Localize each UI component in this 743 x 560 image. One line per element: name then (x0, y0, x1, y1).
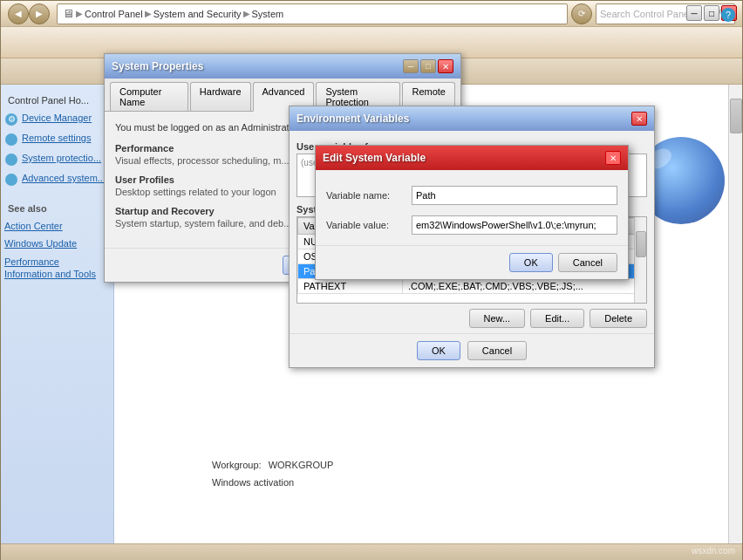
system-protection-label: System protectio... (22, 152, 101, 164)
remote-settings-icon (4, 133, 18, 147)
new-var-button[interactable]: New... (469, 309, 526, 328)
address-sep: ▶ (76, 9, 83, 18)
address-sep-3: ▶ (243, 9, 250, 18)
browser-titlebar: ◀ ▶ 🖥 ▶ Control Panel ▶ System and Secur… (1, 1, 742, 27)
remote-settings-label: Remote settings (22, 132, 91, 144)
tab-hardware[interactable]: Hardware (190, 82, 251, 111)
sys-props-maximize[interactable]: □ (420, 59, 436, 73)
address-part-1: Control Panel (85, 9, 143, 19)
env-vars-titlebar: Environment Variables ✕ (290, 106, 654, 131)
main-scrollbar[interactable] (728, 85, 742, 543)
scrollbar-thumb[interactable] (730, 99, 742, 133)
table-scrollbar (634, 217, 646, 303)
device-manager-label: Device Manager (22, 112, 92, 124)
env-vars-close[interactable]: ✕ (631, 112, 647, 126)
edit-var-dialog: Edit System Variable ✕ Variable name: Va… (315, 145, 629, 280)
var-name-input[interactable] (412, 186, 617, 205)
var-value-3: .COM;.EXE;.BAT;.CMD;.VBS;.VBE;.JS;... (403, 279, 646, 294)
browser-window: ◀ ▶ 🖥 ▶ Control Panel ▶ System and Secur… (0, 0, 743, 560)
env-ok-button[interactable]: OK (417, 341, 460, 360)
table-row[interactable]: PATHEXT .COM;.EXE;.BAT;.CMD;.VBS;.VBE;.J… (298, 279, 646, 294)
address-part-2: System and Security (153, 9, 242, 19)
see-also-heading: See also (1, 200, 113, 217)
var-value-row: Variable value: (316, 210, 628, 240)
watermark: wsxdn.com (692, 546, 735, 556)
env-vars-title: Environment Variables (297, 113, 409, 125)
var-name-row: Variable name: (316, 181, 628, 210)
table-scroll-thumb (636, 231, 646, 257)
var-value-input[interactable] (412, 215, 617, 235)
maximize-button[interactable]: □ (704, 5, 719, 21)
var-name-3: PATHEXT (298, 279, 403, 294)
forward-button[interactable]: ▶ (29, 3, 50, 24)
address-sep-2: ▶ (145, 9, 152, 18)
system-protection-icon (4, 153, 18, 167)
minimize-button[interactable]: ─ (686, 5, 702, 21)
activation-label: Windows activation (201, 474, 344, 491)
edit-var-footer: OK Cancel (316, 245, 628, 279)
edit-var-content: Variable name: Variable value: (316, 170, 628, 245)
performance-label: Performance Information and Tools (4, 256, 106, 281)
svg-text:⚙: ⚙ (8, 114, 16, 124)
env-buttons: New... Edit... Delete (290, 304, 654, 333)
address-parts: 🖥 ▶ Control Panel ▶ System and Security … (63, 7, 283, 20)
sidebar-item-action-center[interactable]: Action Center (1, 217, 113, 235)
svg-point-2 (5, 133, 17, 146)
advanced-system-icon (4, 173, 18, 187)
edit-var-ok[interactable]: OK (509, 253, 553, 272)
control-panel-label: Control Panel Ho... (1, 92, 113, 109)
edit-var-titlebar: Edit System Variable ✕ (316, 146, 628, 170)
sidebar-item-device-manager[interactable]: ⚙ Device Manager (1, 109, 113, 129)
sys-props-title-buttons: ─ □ ✕ (403, 59, 453, 73)
action-center-label: Action Center (4, 220, 63, 232)
sidebar-item-remote-settings[interactable]: Remote settings (1, 129, 113, 149)
env-cancel-button[interactable]: Cancel (467, 341, 527, 360)
workgroup-label: Workgroup: (212, 460, 262, 470)
advanced-system-label: Advanced system... (22, 172, 106, 184)
sidebar-item-windows-update[interactable]: Windows Update (1, 235, 113, 252)
sidebar-item-system-protection[interactable]: System protectio... (1, 149, 113, 169)
system-props-titlebar: System Properties ─ □ ✕ (105, 54, 460, 79)
windows-update-label: Windows Update (4, 237, 77, 249)
delete-var-button[interactable]: Delete (590, 309, 647, 328)
workgroup-area: Workgroup: WORKGROUP Windows activation (201, 456, 344, 491)
workgroup-value: WORKGROUP (269, 460, 334, 470)
svg-point-3 (5, 154, 17, 166)
sidebar-item-performance[interactable]: Performance Information and Tools (1, 253, 113, 283)
edit-var-title: Edit System Variable (323, 152, 426, 164)
tab-computer-name[interactable]: Computer Name (110, 82, 188, 111)
address-bar[interactable]: 🖥 ▶ Control Panel ▶ System and Security … (57, 3, 568, 24)
env-footer: OK Cancel (290, 333, 654, 367)
sidebar: Control Panel Ho... ⚙ Device Manager Rem… (1, 85, 114, 543)
svg-point-4 (5, 174, 17, 186)
status-bar (1, 543, 742, 560)
edit-var-button[interactable]: Edit... (530, 309, 584, 328)
refresh-button[interactable]: ⟳ (571, 3, 592, 24)
sys-props-close[interactable]: ✕ (438, 59, 453, 73)
var-value-label: Variable value: (326, 220, 405, 230)
help-button[interactable]: ? (721, 8, 735, 22)
var-name-label: Variable name: (326, 190, 405, 201)
back-button[interactable]: ◀ (8, 3, 29, 24)
sidebar-item-advanced-system[interactable]: Advanced system... (1, 169, 113, 189)
search-placeholder: Search Control Panel (600, 9, 692, 19)
sys-props-minimize[interactable]: ─ (403, 59, 419, 73)
address-part-3: System (252, 9, 284, 19)
device-manager-icon: ⚙ (4, 113, 18, 126)
edit-var-cancel[interactable]: Cancel (558, 253, 617, 272)
system-props-title: System Properties (112, 60, 203, 72)
edit-var-close[interactable]: ✕ (605, 151, 621, 165)
